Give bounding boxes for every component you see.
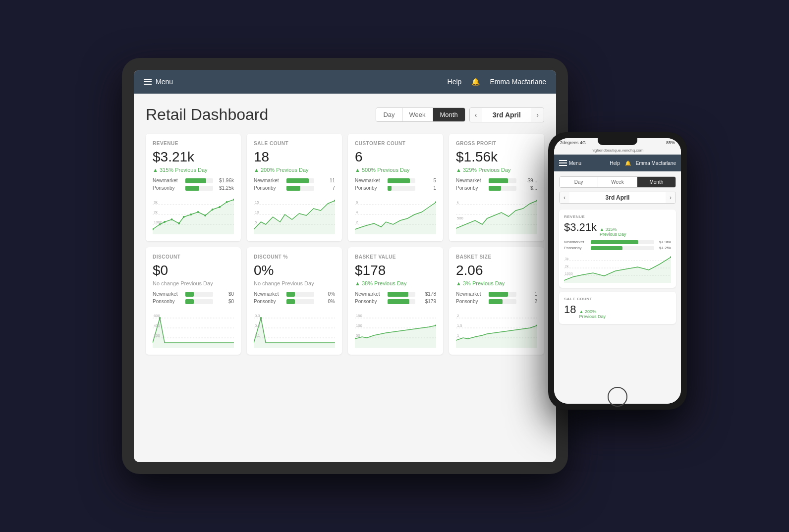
phone-navbar: Menu Help 🔔 Emma Macfarlane bbox=[554, 155, 681, 171]
phone-url-bar: highendboutique.vendhq.com bbox=[554, 147, 681, 155]
phone-revenue-chart: 3k 2k 1000 bbox=[564, 253, 671, 283]
phone-week-button[interactable]: Week bbox=[598, 177, 637, 187]
svg-text:0.1: 0.1 bbox=[255, 333, 260, 338]
svg-text:3k: 3k bbox=[154, 200, 158, 205]
up-arrow-icon: ▲ bbox=[456, 167, 461, 173]
svg-text:15: 15 bbox=[255, 200, 259, 205]
phone-bar-row: Newmarket $1.96k bbox=[564, 240, 671, 244]
phone-sale-count-change: ▲ 200% Previous Day bbox=[579, 309, 606, 319]
svg-text:600: 600 bbox=[154, 314, 160, 318]
svg-text:5: 5 bbox=[255, 220, 257, 224]
svg-text:1: 1 bbox=[457, 333, 459, 338]
svg-text:200: 200 bbox=[154, 333, 160, 338]
phone-home-button[interactable] bbox=[608, 387, 627, 407]
phone-device: 2degrees 4G 3:53 PM 85% highendboutique.… bbox=[548, 132, 687, 410]
basket-size-value: 2.06 bbox=[456, 263, 537, 278]
gross-profit-bars: Newmarket $9... Ponsonby $... bbox=[456, 178, 537, 191]
svg-point-14 bbox=[219, 206, 221, 208]
phone-next-date-arrow[interactable]: › bbox=[666, 192, 676, 203]
nav-right: Help 🔔 Emma Macfarlane bbox=[448, 78, 546, 86]
basket-value-label: BASKET VALUE bbox=[355, 254, 436, 260]
phone-revenue-value-row: $3.21k ▲ 315% Previous Day bbox=[564, 221, 671, 237]
basket-value-chart: 150 100 50 bbox=[355, 308, 436, 348]
svg-marker-62 bbox=[355, 325, 436, 348]
phone-date-label: 3rd April bbox=[569, 194, 666, 201]
bar-row: Newmarket $178 bbox=[355, 291, 436, 297]
svg-text:1.5: 1.5 bbox=[457, 323, 462, 328]
basket-size-card: BASKET SIZE 2.06 ▲ 3% Previous Day Newma… bbox=[449, 247, 544, 355]
basket-value-bars: Newmarket $178 Ponsonby $179 bbox=[355, 291, 436, 304]
period-buttons: Day Week Month bbox=[376, 107, 465, 122]
svg-text:3k: 3k bbox=[565, 257, 569, 261]
revenue-chart: 3k 2k 1000 bbox=[153, 195, 234, 234]
customer-count-card: CUSTOMER COUNT 6 ▲ 500% Previous Day New… bbox=[348, 134, 443, 241]
svg-marker-78 bbox=[564, 257, 671, 283]
phone-revenue-card: REVENUE $3.21k ▲ 315% Previous Day Newma… bbox=[559, 210, 676, 288]
discount-bars: Newmarket $0 Ponsonby $0 bbox=[153, 291, 234, 304]
gross-profit-change: ▲ 329% Previous Day bbox=[456, 167, 537, 173]
help-link[interactable]: Help bbox=[448, 78, 462, 86]
next-date-arrow[interactable]: › bbox=[531, 108, 544, 122]
discount-pct-card: DISCOUNT % 0% No change Previous Day New… bbox=[247, 247, 342, 355]
svg-text:10: 10 bbox=[255, 210, 259, 214]
discount-card: DISCOUNT $0 No change Previous Day Newma… bbox=[146, 247, 241, 355]
svg-text:k: k bbox=[457, 200, 459, 205]
discount-pct-chart: 0.3 0.2 0.1 bbox=[254, 308, 335, 348]
date-navigator: ‹ 3rd April › bbox=[469, 107, 544, 122]
prev-date-arrow[interactable]: ‹ bbox=[470, 108, 482, 122]
week-button[interactable]: Week bbox=[402, 108, 433, 121]
phone-revenue-label: REVENUE bbox=[564, 214, 671, 219]
sale-count-change: ▲ 200% Previous Day bbox=[254, 167, 335, 173]
bar-row: Newmarket $9... bbox=[456, 178, 537, 183]
svg-text:400: 400 bbox=[154, 323, 160, 328]
svg-text:1000: 1000 bbox=[154, 220, 163, 224]
basket-size-chart: 2 1.5 1 bbox=[456, 308, 537, 348]
svg-text:2: 2 bbox=[356, 220, 358, 224]
phone-prev-date-arrow[interactable]: ‹ bbox=[560, 192, 569, 203]
user-name: Emma Macfarlane bbox=[490, 78, 546, 86]
svg-text:2: 2 bbox=[457, 314, 459, 318]
phone-menu-button[interactable]: Menu bbox=[559, 160, 581, 166]
customer-count-chart: 6 4 2 bbox=[355, 195, 436, 234]
phone-notification-icon[interactable]: 🔔 bbox=[625, 160, 631, 166]
svg-text:150: 150 bbox=[356, 314, 362, 318]
sale-count-card: SALE COUNT 18 ▲ 200% Previous Day Newmar… bbox=[247, 134, 342, 241]
svg-text:500: 500 bbox=[457, 216, 463, 220]
phone-help-link[interactable]: Help bbox=[610, 160, 620, 166]
dashboard-header: Retail Dashboard Day Week Month ‹ 3rd Ap… bbox=[146, 106, 544, 124]
discount-pct-value: 0% bbox=[254, 263, 335, 278]
menu-button[interactable]: Menu bbox=[144, 78, 173, 86]
up-arrow-icon: ▲ bbox=[254, 167, 259, 173]
phone-revenue-value: $3.21k bbox=[564, 221, 597, 234]
bar-row: Newmarket 0% bbox=[254, 291, 335, 297]
menu-label: Menu bbox=[156, 78, 173, 86]
svg-point-55 bbox=[260, 317, 262, 319]
svg-marker-54 bbox=[254, 318, 335, 348]
phone-date-navigator: ‹ 3rd April › bbox=[559, 192, 676, 204]
month-button[interactable]: Month bbox=[433, 108, 465, 121]
carrier-info: 2degrees 4G bbox=[560, 140, 586, 145]
phone-period-buttons: Day Week Month bbox=[559, 176, 676, 188]
ponsonby-label: Ponsonby bbox=[153, 185, 182, 191]
phone-revenue-change: ▲ 315% Previous Day bbox=[600, 227, 626, 237]
discount-pct-bars: Newmarket 0% Ponsonby 0% bbox=[254, 291, 335, 304]
svg-text:6: 6 bbox=[356, 200, 358, 205]
basket-size-bars: Newmarket 1 Ponsonby 2 bbox=[456, 291, 537, 304]
notification-icon[interactable]: 🔔 bbox=[471, 78, 480, 86]
up-arrow-icon: ▲ bbox=[355, 167, 360, 173]
phone-month-button[interactable]: Month bbox=[637, 177, 676, 187]
phone-day-button[interactable]: Day bbox=[560, 177, 598, 187]
phone-sale-count-row: 18 ▲ 200% Previous Day bbox=[564, 303, 671, 319]
bar-row: Newmarket $0 bbox=[153, 291, 234, 297]
svg-point-10 bbox=[190, 213, 192, 215]
period-controls: Day Week Month ‹ 3rd April › bbox=[376, 107, 544, 122]
revenue-label: REVENUE bbox=[153, 141, 234, 146]
revenue-card: REVENUE $3.21k ▲ 315% Previous Day Newma… bbox=[146, 134, 241, 241]
bar-row: Ponsonby $... bbox=[456, 185, 537, 191]
hamburger-icon bbox=[144, 79, 152, 85]
svg-text:2k: 2k bbox=[565, 264, 569, 268]
gross-profit-card: GROSS PROFIT $1.56k ▲ 329% Previous Day … bbox=[449, 134, 544, 241]
day-button[interactable]: Day bbox=[376, 108, 402, 121]
phone-bar-row: Ponsonby $1.25k bbox=[564, 246, 671, 250]
svg-point-7 bbox=[171, 218, 173, 220]
